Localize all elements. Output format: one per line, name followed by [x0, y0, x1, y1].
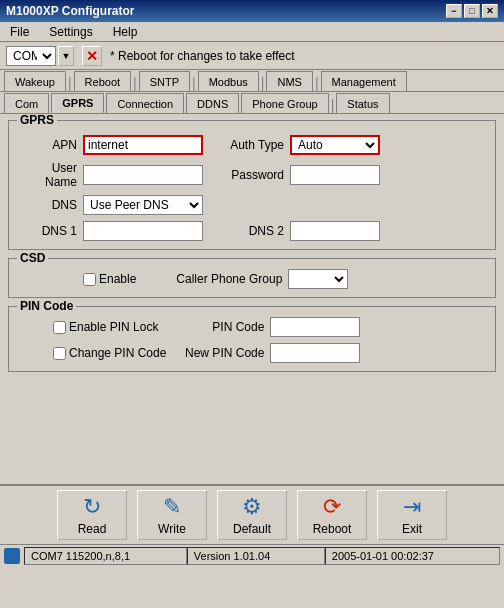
- tab-connection[interactable]: Connection: [106, 93, 184, 113]
- gprs-group: GPRS APN Auth Type Auto PAP CHAP None Us…: [8, 120, 496, 250]
- dns-row: DNS Use Peer DNS Manual: [17, 195, 487, 215]
- dns-select[interactable]: Use Peer DNS Manual: [83, 195, 203, 215]
- menu-settings[interactable]: Settings: [43, 23, 98, 41]
- reboot-message: * Reboot for changes to take effect: [110, 49, 295, 63]
- write-label: Write: [158, 522, 186, 536]
- window-controls: − □ ✕: [446, 4, 498, 18]
- tab-nms[interactable]: NMS: [266, 71, 312, 91]
- bottom-toolbar: ↻ Read ✎ Write ⚙ Default ⟳ Reboot ⇥ Exit: [0, 484, 504, 544]
- enable-pin-lock-label[interactable]: Enable PIN Lock: [53, 320, 158, 334]
- write-icon: ✎: [163, 494, 181, 520]
- default-icon: ⚙: [242, 494, 262, 520]
- new-pin-code-label: New PIN Code: [184, 346, 264, 360]
- exit-icon: ⇥: [403, 494, 421, 520]
- change-pin-code-checkbox[interactable]: [53, 347, 66, 360]
- com-port-dropdown[interactable]: COM7: [6, 46, 56, 66]
- menu-help[interactable]: Help: [107, 23, 144, 41]
- change-pin-code-text: Change PIN Code: [69, 346, 166, 360]
- username-input[interactable]: [83, 165, 203, 185]
- com-info: COM7 115200,n,8,1: [24, 547, 187, 565]
- gprs-group-label: GPRS: [17, 114, 57, 127]
- menu-bar: File Settings Help: [0, 22, 504, 42]
- tab-status[interactable]: Status: [336, 93, 389, 113]
- app-title: M1000XP Configurator: [6, 4, 446, 18]
- enable-pin-lock-checkbox[interactable]: [53, 321, 66, 334]
- tab-reboot[interactable]: Reboot: [74, 71, 131, 91]
- pin-code-group-label: PIN Code: [17, 299, 76, 313]
- csd-row: Enable Caller Phone Group: [17, 269, 487, 289]
- menu-file[interactable]: File: [4, 23, 35, 41]
- status-icon: [4, 548, 20, 564]
- pin-lock-row: Enable PIN Lock PIN Code: [17, 317, 487, 337]
- datetime-info: 2005-01-01 00:02:37: [325, 547, 500, 565]
- apn-label: APN: [17, 138, 77, 152]
- csd-group: CSD Enable Caller Phone Group: [8, 258, 496, 298]
- title-bar: M1000XP Configurator − □ ✕: [0, 0, 504, 22]
- tab-row-2: Com GPRS Connection DDNS Phone Group | S…: [0, 92, 504, 114]
- default-button[interactable]: ⚙ Default: [217, 490, 287, 540]
- tab-ddns[interactable]: DDNS: [186, 93, 239, 113]
- dns2-label: DNS 2: [219, 224, 284, 238]
- main-content: GPRS APN Auth Type Auto PAP CHAP None Us…: [0, 114, 504, 484]
- apn-input[interactable]: [83, 135, 203, 155]
- com-port-arrow[interactable]: ▼: [58, 46, 74, 66]
- apn-row: APN Auth Type Auto PAP CHAP None: [17, 135, 487, 155]
- status-bar: COM7 115200,n,8,1 Version 1.01.04 2005-0…: [0, 544, 504, 566]
- change-pin-row: Change PIN Code New PIN Code: [17, 343, 487, 363]
- new-pin-code-input[interactable]: [270, 343, 360, 363]
- csd-enable-label[interactable]: Enable: [83, 272, 136, 286]
- tab-gprs[interactable]: GPRS: [51, 93, 104, 113]
- pin-code-label: PIN Code: [194, 320, 264, 334]
- version-info: Version 1.01.04: [187, 547, 325, 565]
- tab-row-1: Wakeup | Reboot | SNTP | Modbus | NMS | …: [0, 70, 504, 92]
- tab-phone-group[interactable]: Phone Group: [241, 93, 328, 113]
- enable-pin-lock-text: Enable PIN Lock: [69, 320, 158, 334]
- dns-label: DNS: [17, 198, 77, 212]
- tab-wakeup[interactable]: Wakeup: [4, 71, 66, 91]
- default-label: Default: [233, 522, 271, 536]
- dns1-label: DNS 1: [17, 224, 77, 238]
- pin-code-input[interactable]: [270, 317, 360, 337]
- tab-sntp[interactable]: SNTP: [139, 71, 190, 91]
- exit-label: Exit: [402, 522, 422, 536]
- dns1-row: DNS 1 DNS 2: [17, 221, 487, 241]
- csd-enable-checkbox[interactable]: [83, 273, 96, 286]
- csd-enable-text: Enable: [99, 272, 136, 286]
- pin-code-group: PIN Code Enable PIN Lock PIN Code Change…: [8, 306, 496, 372]
- minimize-button[interactable]: −: [446, 4, 462, 18]
- maximize-button[interactable]: □: [464, 4, 480, 18]
- disconnect-button[interactable]: ✕: [82, 46, 102, 66]
- close-button[interactable]: ✕: [482, 4, 498, 18]
- reboot-button[interactable]: ⟳ Reboot: [297, 490, 367, 540]
- auth-type-select[interactable]: Auto PAP CHAP None: [290, 135, 380, 155]
- auth-type-label: Auth Type: [219, 138, 284, 152]
- toolbar: COM7 ▼ ✕ * Reboot for changes to take ef…: [0, 42, 504, 70]
- username-label: User Name: [17, 161, 77, 189]
- dns2-input[interactable]: [290, 221, 380, 241]
- reboot-label: Reboot: [313, 522, 352, 536]
- password-input[interactable]: [290, 165, 380, 185]
- com-port-selector: COM7 ▼: [6, 46, 74, 66]
- caller-phone-group-label: Caller Phone Group: [162, 272, 282, 286]
- write-button[interactable]: ✎ Write: [137, 490, 207, 540]
- read-button[interactable]: ↻ Read: [57, 490, 127, 540]
- username-row: User Name Password: [17, 161, 487, 189]
- password-label: Password: [219, 168, 284, 182]
- csd-group-label: CSD: [17, 251, 48, 265]
- reboot-icon: ⟳: [323, 494, 341, 520]
- tab-management[interactable]: Management: [321, 71, 407, 91]
- tab-modbus[interactable]: Modbus: [198, 71, 259, 91]
- read-icon: ↻: [83, 494, 101, 520]
- tab-com[interactable]: Com: [4, 93, 49, 113]
- change-pin-code-label[interactable]: Change PIN Code: [53, 346, 166, 360]
- read-label: Read: [78, 522, 107, 536]
- dns1-input[interactable]: [83, 221, 203, 241]
- caller-phone-group-select[interactable]: [288, 269, 348, 289]
- exit-button[interactable]: ⇥ Exit: [377, 490, 447, 540]
